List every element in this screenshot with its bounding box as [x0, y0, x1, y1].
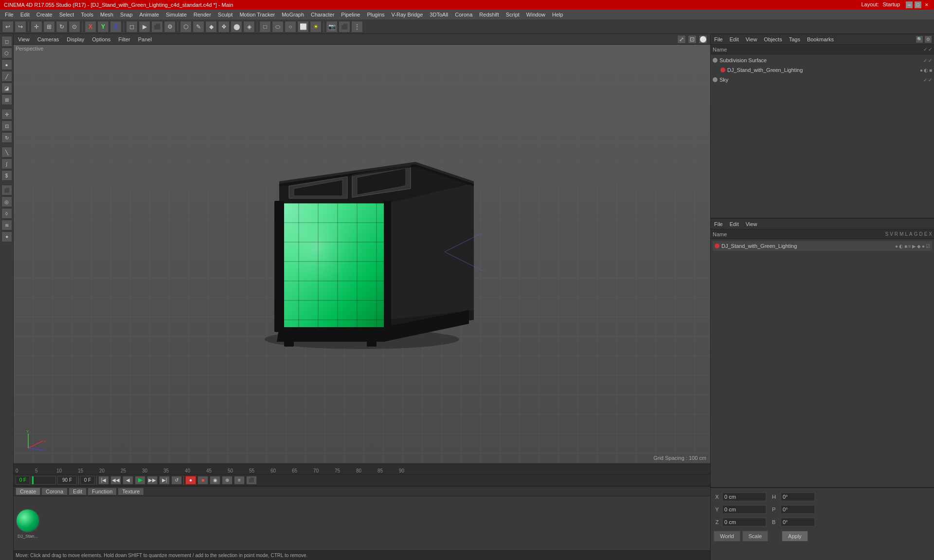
dots-btn[interactable]: ⋮: [351, 21, 363, 33]
prev-frame-button[interactable]: ◀◀: [110, 476, 121, 485]
keyframe-btn[interactable]: ⬛: [246, 476, 257, 485]
sidebar-rotate[interactable]: ↻: [1, 132, 12, 143]
loop-tool[interactable]: ⬤: [231, 21, 242, 33]
cube-tool[interactable]: □: [259, 21, 271, 33]
loop-button[interactable]: ↺: [171, 476, 182, 485]
autokey-button[interactable]: ⊕: [222, 476, 233, 485]
go-end-button[interactable]: ▶|: [159, 476, 170, 485]
plane-tool[interactable]: ⬜: [297, 21, 309, 33]
menu-mograph[interactable]: MoGraph: [279, 11, 307, 18]
close-button[interactable]: ✕: [923, 1, 930, 8]
sidebar-move[interactable]: ✛: [1, 109, 12, 120]
vp-menu-display[interactable]: Display: [65, 36, 86, 43]
vp-menu-cameras[interactable]: Cameras: [36, 36, 61, 43]
tab-create[interactable]: Create: [16, 488, 40, 495]
tab-texture[interactable]: Texture: [118, 488, 144, 495]
am-view[interactable]: View: [744, 221, 759, 228]
om-row-dj-stand[interactable]: DJ_Stand_with_Green_Lighting ● ◐ ■: [718, 65, 934, 75]
sidebar-scale[interactable]: ⊡: [1, 121, 12, 131]
menu-render[interactable]: Render: [191, 11, 214, 18]
om-row-subdivision[interactable]: Subdivision Surface ✓ ✓: [711, 55, 934, 65]
tab-corona[interactable]: Corona: [41, 488, 68, 495]
menu-animate[interactable]: Animate: [137, 11, 162, 18]
tab-function[interactable]: Function: [88, 488, 117, 495]
record-button[interactable]: ●: [185, 476, 196, 485]
menu-edit[interactable]: Edit: [18, 11, 33, 18]
polygon-tool[interactable]: ⬡: [180, 21, 192, 33]
vp-expand[interactable]: ⤢: [677, 35, 686, 44]
scale-tool[interactable]: ⊞: [43, 21, 55, 33]
om-row-sky[interactable]: Sky ✓ ✓: [711, 75, 934, 85]
om-tags[interactable]: Tags: [788, 36, 802, 43]
fps-field[interactable]: 0 F: [80, 476, 95, 485]
light-btn[interactable]: ☀: [310, 21, 322, 33]
menu-create[interactable]: Create: [34, 11, 55, 18]
vp-menu-view[interactable]: View: [17, 36, 31, 43]
coord-y-field[interactable]: [722, 505, 766, 514]
menu-script[interactable]: Script: [503, 11, 522, 18]
coord-b-field[interactable]: [781, 518, 815, 526]
move-tool[interactable]: ✛: [31, 21, 42, 33]
apply-button[interactable]: Apply: [782, 531, 808, 542]
sidebar-material[interactable]: ◎: [1, 196, 12, 207]
z-axis[interactable]: Z: [110, 21, 122, 33]
menu-sculpt[interactable]: Sculpt: [215, 11, 236, 18]
am-selected-object-row[interactable]: DJ_Stand_with_Green_Lighting ● ◐ ■ ≡ ▶ ◆…: [713, 241, 932, 251]
coord-z-field[interactable]: [722, 518, 766, 526]
menu-plugins[interactable]: Plugins: [364, 11, 387, 18]
cylinder-tool[interactable]: ⬭: [272, 21, 284, 33]
vp-menu-options[interactable]: Options: [90, 36, 112, 43]
sidebar-edge-mode[interactable]: ╱: [1, 71, 12, 82]
menu-tools[interactable]: Tools: [78, 11, 96, 18]
sidebar-polygon-mode[interactable]: ◪: [1, 83, 12, 93]
sidebar-model-mode[interactable]: ◻: [1, 36, 12, 47]
om-search-btn[interactable]: 🔍: [916, 35, 923, 43]
menu-character[interactable]: Character: [308, 11, 337, 18]
menu-file[interactable]: File: [2, 11, 17, 18]
om-edit[interactable]: Edit: [728, 36, 740, 43]
menu-snap[interactable]: Snap: [117, 11, 136, 18]
menu-pipeline[interactable]: Pipeline: [338, 11, 363, 18]
sidebar-mesh-mode[interactable]: ⬡: [1, 48, 12, 58]
timeline-menu-btn[interactable]: ≡: [234, 476, 245, 485]
brush-tool[interactable]: ◈: [243, 21, 255, 33]
coord-x-field[interactable]: [722, 492, 766, 501]
sidebar-line[interactable]: ╲: [1, 147, 12, 158]
menu-help[interactable]: Help: [549, 11, 566, 18]
extrude-tool[interactable]: ❖: [218, 21, 230, 33]
render-view[interactable]: ▶: [139, 21, 150, 33]
play-back-button[interactable]: ◀: [123, 476, 133, 485]
om-settings-btn[interactable]: ⚙: [924, 35, 932, 43]
menu-corona[interactable]: Corona: [452, 11, 475, 18]
am-file[interactable]: File: [713, 221, 724, 228]
om-file[interactable]: File: [713, 36, 724, 43]
sidebar-point-mode[interactable]: ●: [1, 59, 12, 70]
material-slot[interactable]: DJ_Stan...: [16, 508, 40, 539]
pencil-tool[interactable]: ✎: [193, 21, 204, 33]
sidebar-uv-mode[interactable]: ⊞: [1, 94, 12, 105]
menu-window[interactable]: Window: [523, 11, 548, 18]
scale-button[interactable]: Scale: [742, 531, 769, 542]
sidebar-render[interactable]: ⬛: [1, 185, 12, 195]
viewport[interactable]: View Cameras Display Options Filter Pane…: [14, 34, 710, 463]
frame-end-field[interactable]: 90 F: [57, 476, 77, 485]
redo-button[interactable]: ↪: [15, 21, 26, 33]
menu-mesh[interactable]: Mesh: [97, 11, 116, 18]
sphere-tool[interactable]: ○: [285, 21, 296, 33]
object-mode[interactable]: ◻: [126, 21, 138, 33]
knife-tool[interactable]: ◆: [205, 21, 217, 33]
world-button[interactable]: World: [714, 531, 740, 542]
select-tool[interactable]: ⊙: [69, 21, 80, 33]
sidebar-spline[interactable]: ∫: [1, 158, 12, 169]
vp-record[interactable]: ⚪: [699, 35, 707, 44]
vp-menu-panel[interactable]: Panel: [137, 36, 153, 43]
stop-button[interactable]: ■: [198, 476, 208, 485]
sidebar-tag[interactable]: ◊: [1, 208, 12, 219]
x-axis[interactable]: X: [85, 21, 96, 33]
undo-button[interactable]: ↩: [2, 21, 14, 33]
menu-motiontracker[interactable]: Motion Tracker: [236, 11, 278, 18]
sidebar-xpresso[interactable]: ✦: [1, 231, 12, 242]
frame-slider[interactable]: [32, 476, 56, 485]
menu-3dtoall[interactable]: 3DToAll: [427, 11, 451, 18]
play-forward-button[interactable]: ▶: [135, 476, 145, 485]
